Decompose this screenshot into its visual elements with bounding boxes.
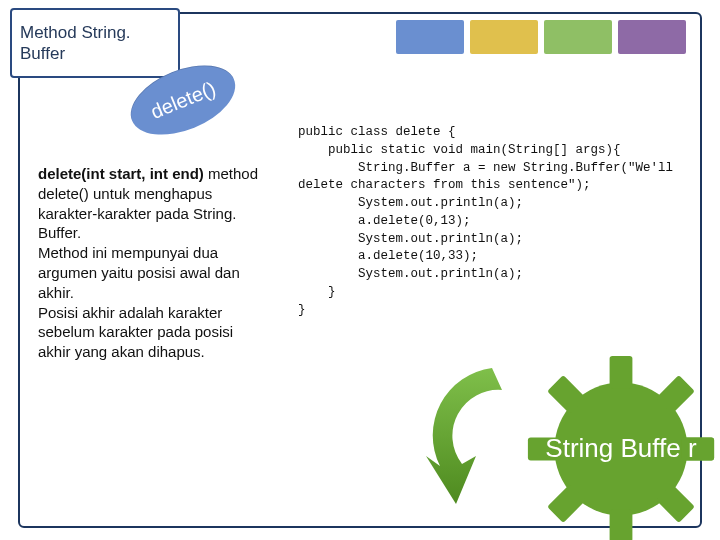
tab-green [544,20,612,54]
gear-badge: String Buffe r [526,354,716,540]
tab-purple [618,20,686,54]
tab-yellow [470,20,538,54]
svg-rect-6 [682,438,714,461]
tab-row [396,20,686,54]
desc-p2: Method ini mempunyai dua argumen yaitu p… [38,244,240,301]
desc-p3: Posisi akhir adalah karakter sebelum kar… [38,304,233,361]
code-sample: public class delete { public static void… [298,124,690,319]
svg-rect-2 [610,510,633,540]
description-text: delete(int start, int end) method delete… [38,164,268,362]
svg-rect-1 [610,356,633,388]
title-card: Method String. Buffer [10,8,180,78]
tab-blue [396,20,464,54]
method-signature: delete(int start, int end) [38,165,204,182]
gear-icon [526,354,716,540]
slide-frame: Method String. Buffer delete() delete(in… [18,12,702,528]
svg-rect-3 [528,438,560,461]
bubble-label: delete() [147,77,218,124]
page-title: Method String. Buffer [20,22,170,65]
